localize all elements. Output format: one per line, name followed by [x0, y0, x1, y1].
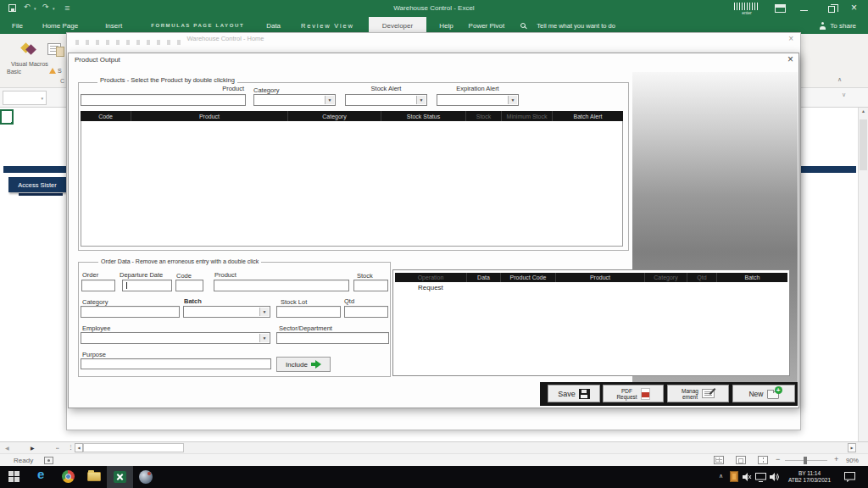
name-box[interactable]: ▾ [3, 91, 47, 105]
column-header[interactable]: Code [81, 111, 131, 121]
save-button[interactable]: Save [548, 385, 600, 402]
zoom-level-label[interactable]: 90% [846, 457, 859, 464]
home-window-close-icon[interactable]: × [788, 34, 793, 43]
dropdown-arrow-icon[interactable]: ▼ [508, 96, 517, 104]
column-header[interactable]: Minimum Stock [502, 111, 553, 121]
request-row-label[interactable]: Request [418, 284, 443, 291]
stock-alert-select[interactable]: ▼ [345, 94, 427, 106]
batch-select[interactable]: ▼ [183, 306, 270, 318]
pdf-request-button[interactable]: PDFRequest [603, 385, 664, 402]
macro-record-icon[interactable] [44, 457, 53, 464]
new-button[interactable]: New + [732, 385, 795, 402]
volume-muted-icon[interactable] [742, 472, 752, 482]
dropdown-arrow-icon[interactable]: ▼ [259, 334, 269, 342]
purpose-input[interactable] [81, 358, 271, 369]
column-header[interactable]: Product [131, 111, 288, 121]
column-header[interactable]: Product Code [501, 273, 556, 282]
macro-security-icon[interactable] [49, 68, 56, 74]
name-box-dropdown-icon[interactable]: ▾ [41, 96, 43, 101]
tab-file[interactable]: File [0, 17, 35, 34]
horizontal-scrollbar[interactable] [83, 443, 184, 452]
hscroll-right-icon[interactable]: ▶ [848, 443, 856, 452]
sector-department-input[interactable] [276, 332, 389, 344]
file-explorer-icon[interactable] [87, 469, 101, 481]
ribbon-display-options-icon[interactable] [775, 4, 786, 13]
tab-power-pivot[interactable]: Power Pivot [461, 17, 513, 34]
column-header[interactable]: Category [645, 273, 687, 282]
scroll-up-icon[interactable]: ▲ [859, 108, 868, 118]
close-button[interactable]: × [851, 2, 857, 14]
dropdown-arrow-icon[interactable]: ▼ [325, 96, 334, 104]
tell-me-box[interactable]: Tell me what you want to do [529, 17, 623, 34]
management-button[interactable]: Management [667, 385, 729, 402]
column-header[interactable]: Operation [395, 273, 467, 282]
tray-expand-icon[interactable]: ∧ [719, 473, 723, 480]
share-button[interactable]: To share [830, 17, 868, 34]
media-app-icon[interactable] [139, 470, 153, 484]
column-header[interactable]: Batch [717, 273, 787, 282]
stock-lot-input[interactable] [276, 306, 341, 318]
sheet-next-icon[interactable]: ▶ [31, 445, 35, 451]
minimize-button[interactable] [800, 10, 808, 11]
action-center-icon[interactable] [844, 472, 855, 482]
macros-icon[interactable] [47, 43, 61, 55]
tell-me-search-icon[interactable] [512, 17, 529, 34]
hscroll-left-icon[interactable]: ◀ [75, 443, 83, 452]
expiration-alert-select[interactable]: ▼ [437, 94, 519, 106]
visual-basic-icon[interactable] [20, 42, 37, 57]
product-filter-input[interactable] [81, 94, 246, 106]
order-input[interactable] [81, 280, 115, 291]
column-header[interactable]: Stock Status [381, 111, 466, 121]
qtd-input[interactable] [344, 306, 388, 318]
selected-cell-a1[interactable] [0, 109, 14, 125]
zoom-in-icon[interactable]: + [834, 455, 838, 463]
vertical-scroll-thumb[interactable] [860, 119, 867, 170]
access-sister-button[interactable]: Access Sister [8, 177, 66, 192]
tray-clock[interactable]: BY 11:14 ATB2 17/03/2021 [782, 470, 837, 484]
code-input[interactable] [175, 280, 203, 291]
formula-bar-expand-icon[interactable]: ∨ [842, 92, 846, 98]
order-product-input[interactable] [214, 280, 349, 291]
chrome-icon[interactable] [62, 470, 75, 483]
column-header[interactable]: Data [467, 273, 501, 282]
zoom-slider-handle[interactable] [804, 457, 807, 464]
excel-taskbar-active[interactable] [107, 466, 133, 488]
tab-data[interactable]: Data [259, 17, 288, 34]
fill-handle[interactable] [11, 122, 14, 125]
column-header[interactable]: Qtd [687, 273, 717, 282]
tab-review-view[interactable]: Review View [293, 17, 362, 34]
network-display-icon[interactable] [755, 473, 766, 482]
normal-view-icon[interactable] [714, 456, 724, 464]
column-header[interactable]: Category [288, 111, 381, 121]
volume-icon[interactable] [769, 472, 779, 482]
tab-insert[interactable]: Insert [97, 17, 130, 34]
include-button[interactable]: Include [276, 357, 331, 372]
tray-app-icon[interactable] [730, 471, 738, 482]
dropdown-arrow-icon[interactable]: ▼ [259, 308, 269, 316]
tab-help[interactable]: Help [431, 17, 460, 34]
column-header[interactable]: Batch Alert [553, 111, 623, 121]
stock-input[interactable] [353, 280, 388, 291]
category-filter-select[interactable]: ▼ [253, 94, 336, 106]
departure-date-input[interactable] [122, 280, 172, 291]
restore-button[interactable] [828, 6, 835, 13]
collapse-ribbon-icon[interactable]: ∧ [837, 76, 842, 83]
column-header[interactable]: Stock [466, 111, 502, 121]
tab-formulas-page-layout[interactable]: FORMULAS PAGE LAYOUT [143, 17, 252, 34]
edge-icon[interactable]: e [37, 467, 44, 481]
zoom-out-icon[interactable]: − [776, 455, 780, 463]
page-break-view-icon[interactable] [758, 456, 768, 464]
vertical-scrollbar[interactable]: ▲ [858, 108, 868, 441]
tab-developer[interactable]: Developer [369, 17, 426, 34]
products-table[interactable] [81, 111, 623, 247]
column-header[interactable]: Product [556, 273, 645, 282]
order-category-input[interactable] [81, 306, 180, 318]
request-table[interactable]: Operation Data Product Code Product Cate… [392, 269, 790, 376]
page-layout-view-icon[interactable] [736, 456, 746, 464]
dropdown-arrow-icon[interactable]: ▼ [416, 96, 426, 104]
employee-select[interactable]: ▼ [81, 332, 270, 344]
tab-home-page[interactable]: Home Page [35, 17, 86, 34]
start-button[interactable] [8, 471, 19, 482]
sheet-prev-icon[interactable]: ◀ [5, 445, 9, 451]
sheet-tab-menu-icon[interactable]: ⋮ [68, 444, 74, 451]
